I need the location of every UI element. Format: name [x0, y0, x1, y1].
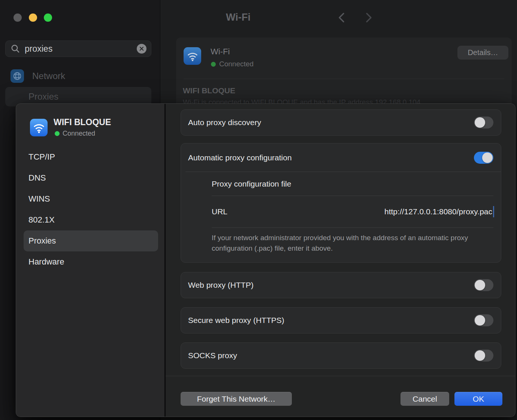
close-window-button[interactable] [13, 13, 22, 22]
network-globe-icon [10, 69, 24, 83]
auto-proxy-discovery-label: Auto proxy discovery [188, 118, 474, 127]
details-button[interactable]: Details… [457, 46, 508, 60]
clear-search-icon[interactable] [137, 44, 146, 54]
toggle-knob [475, 117, 485, 128]
toggle-knob [475, 350, 485, 361]
wifi-status-card: Wi-Fi Connected Details… WIFI BLOQUE Wi-… [176, 37, 512, 112]
ok-button[interactable]: OK [454, 392, 502, 406]
web-proxy-card: Web proxy (HTTP) [181, 272, 501, 298]
socks-proxy-label: SOCKS proxy [188, 351, 474, 360]
url-value-text: http://127.0.0.1:8080/proxy.pac [384, 207, 492, 216]
wifi-connection-status: Connected [211, 60, 254, 68]
connected-dot-icon [211, 62, 216, 67]
proxies-panel: Auto proxy discovery Automatic proxy con… [166, 104, 515, 417]
secure-web-proxy-card: Secure web proxy (HTTPS) [181, 307, 501, 333]
secure-web-proxy-toggle[interactable] [474, 314, 493, 326]
tab-hardware[interactable]: Hardware [24, 251, 158, 272]
toggle-knob [475, 315, 485, 326]
sidebar-item-label: Proxies [28, 91, 58, 102]
automatic-proxy-configuration-card: Automatic proxy configuration Proxy conf… [181, 143, 501, 263]
back-icon[interactable] [337, 12, 347, 23]
footer-divider [166, 376, 515, 376]
wifi-icon [30, 119, 48, 136]
socks-proxy-card: SOCKS proxy [181, 342, 501, 369]
automatic-proxy-configuration-toggle[interactable] [474, 152, 493, 164]
connected-dot-icon [55, 131, 60, 136]
secure-web-proxy-label: Secure web proxy (HTTPS) [188, 316, 474, 325]
toggle-knob [482, 152, 493, 163]
automatic-proxy-configuration-label: Automatic proxy configuration [188, 153, 474, 162]
network-name: WIFI BLOQUE [54, 117, 111, 127]
wifi-icon [184, 47, 201, 65]
page-title: Wi-Fi [226, 12, 251, 23]
auto-proxy-discovery-toggle[interactable] [474, 117, 493, 129]
search-value: proxies [25, 44, 137, 54]
card-divider [184, 79, 504, 79]
proxy-help-text: If your network administrator provided y… [181, 228, 477, 254]
auto-proxy-discovery-card: Auto proxy discovery [181, 109, 501, 136]
tab-8021x[interactable]: 802.1X [24, 209, 158, 230]
sidebar-item-label: Network [32, 71, 65, 81]
minimize-window-button[interactable] [29, 13, 37, 22]
sidebar-item-network[interactable]: Network [0, 68, 160, 85]
forget-this-network-button[interactable]: Forget This Network… [181, 392, 292, 406]
tab-wins[interactable]: WINS [24, 188, 158, 209]
network-details-sheet: WIFI BLOQUE Connected TCP/IP DNS WINS 80… [16, 103, 516, 417]
forward-icon[interactable] [364, 12, 374, 23]
text-caret [493, 206, 494, 217]
web-proxy-label: Web proxy (HTTP) [188, 281, 474, 290]
sheet-sidebar: WIFI BLOQUE Connected TCP/IP DNS WINS 80… [16, 104, 166, 417]
url-label: URL [212, 207, 227, 216]
zoom-window-button[interactable] [44, 13, 52, 22]
url-input[interactable]: http://127.0.0.1:8080/proxy.pac [227, 206, 494, 217]
search-icon [10, 44, 20, 54]
proxy-configuration-file-label: Proxy configuration file [212, 179, 291, 188]
search-input[interactable]: proxies [5, 40, 151, 57]
tab-proxies[interactable]: Proxies [24, 230, 158, 251]
sheet-nav: TCP/IP DNS WINS 802.1X Proxies Hardware [24, 146, 158, 272]
web-proxy-toggle[interactable] [474, 279, 493, 291]
tab-dns[interactable]: DNS [24, 167, 158, 188]
socks-proxy-toggle[interactable] [474, 350, 493, 362]
tab-tcpip[interactable]: TCP/IP [24, 146, 158, 167]
network-section-title: WIFI BLOQUE [183, 86, 235, 95]
toggle-knob [475, 280, 485, 290]
cancel-button[interactable]: Cancel [400, 392, 449, 406]
network-status: Connected [55, 130, 95, 138]
wifi-card-title: Wi-Fi [211, 47, 230, 57]
